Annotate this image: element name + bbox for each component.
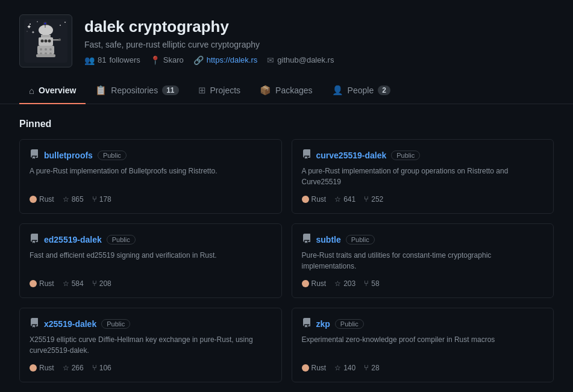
repo-name[interactable]: bulletproofs xyxy=(44,151,93,160)
svg-point-18 xyxy=(40,48,42,51)
repo-description: X25519 elliptic curve Diffie-Hellman key… xyxy=(30,334,272,356)
tab-overview-label: Overview xyxy=(39,86,76,95)
repo-forks[interactable]: ⑂ 28 xyxy=(364,363,379,372)
email-icon: ✉ xyxy=(267,55,274,65)
repo-visibility: Public xyxy=(346,235,375,244)
org-name: dalek cryptography xyxy=(84,17,334,36)
followers-label: followers xyxy=(109,55,140,64)
repo-name[interactable]: x25519-dalek xyxy=(44,319,96,329)
repo-header: ed25519-dalek Public xyxy=(30,234,272,245)
repo-stars[interactable]: 584 xyxy=(63,279,84,288)
repo-stars[interactable]: 266 xyxy=(63,364,84,372)
repo-visibility: Public xyxy=(391,151,420,160)
svg-point-19 xyxy=(45,48,47,51)
tab-repositories[interactable]: 📋 Repositories 11 xyxy=(86,78,188,104)
repo-type-icon xyxy=(302,149,312,161)
svg-point-2 xyxy=(37,21,38,22)
repo-stars[interactable]: 641 xyxy=(334,195,355,204)
language-label: Rust xyxy=(312,195,327,204)
svg-point-11 xyxy=(45,23,46,25)
location-meta: 📍 Skaro xyxy=(150,55,184,65)
org-header: ✦ ✦ xyxy=(0,0,573,77)
repo-type-icon xyxy=(302,234,312,245)
svg-text:✦: ✦ xyxy=(27,23,31,30)
people-icon: 👤 xyxy=(332,85,343,96)
repo-language: Rust xyxy=(302,195,327,204)
stars-count: 584 xyxy=(72,279,84,288)
repo-icon: 📋 xyxy=(95,85,107,96)
tab-people-label: People xyxy=(348,86,374,95)
repo-name[interactable]: zkp xyxy=(316,319,330,329)
tab-repositories-badge: 11 xyxy=(162,86,178,95)
repo-header: subtle Public xyxy=(302,234,544,245)
svg-rect-25 xyxy=(53,39,59,41)
star-icon xyxy=(63,279,69,288)
repo-language: Rust xyxy=(30,279,54,288)
tab-people[interactable]: 👤 People 2 xyxy=(322,78,400,104)
repo-forks[interactable]: ⑂ 252 xyxy=(364,194,383,204)
repo-description: Fast and efficient ed25519 signing and v… xyxy=(30,250,272,272)
repo-name[interactable]: subtle xyxy=(316,235,341,244)
forks-count: 208 xyxy=(99,279,111,288)
tab-people-badge: 2 xyxy=(378,86,390,95)
repo-card: subtle Public Pure-Rust traits and utili… xyxy=(292,223,554,298)
repo-forks[interactable]: ⑂ 58 xyxy=(364,279,379,288)
repo-description: A pure-Rust implementation of Bulletproo… xyxy=(30,166,272,187)
language-label: Rust xyxy=(39,195,54,204)
repo-card: bulletproofs Public A pure-Rust implemen… xyxy=(19,139,282,214)
repo-visibility: Public xyxy=(101,319,130,329)
repo-type-icon xyxy=(30,318,39,329)
stars-count: 203 xyxy=(343,279,355,288)
stars-count: 266 xyxy=(72,364,84,372)
repo-forks[interactable]: ⑂ 106 xyxy=(92,363,111,372)
repo-header: curve25519-dalek Public xyxy=(302,149,544,161)
packages-icon: 📦 xyxy=(260,85,271,96)
repo-card: curve25519-dalek Public A pure-Rust impl… xyxy=(292,139,554,214)
location-icon: 📍 xyxy=(150,55,160,65)
tab-overview[interactable]: ⌂ Overview xyxy=(19,78,86,104)
svg-rect-12 xyxy=(41,35,51,37)
tab-projects[interactable]: ⊞ Projects xyxy=(189,78,251,104)
repo-stars[interactable]: 865 xyxy=(63,195,84,204)
website-meta[interactable]: 🔗 https://dalek.rs xyxy=(193,55,258,65)
repo-stats: Rust 865 ⑂ 178 xyxy=(30,194,272,204)
repo-visibility: Public xyxy=(107,235,136,244)
stars-count: 140 xyxy=(343,364,355,372)
repo-type-icon xyxy=(30,149,39,161)
repo-name[interactable]: curve25519-dalek xyxy=(316,151,387,160)
repo-description: Experimental zero-knowledge proof compil… xyxy=(302,334,544,356)
repo-stats: Rust 203 ⑂ 58 xyxy=(302,279,544,288)
tab-projects-label: Projects xyxy=(210,86,241,95)
tab-repositories-label: Repositories xyxy=(111,86,158,95)
repo-description: Pure-Rust traits and utilities for const… xyxy=(302,250,544,272)
language-dot xyxy=(302,280,309,287)
projects-icon: ⊞ xyxy=(198,85,206,96)
forks-count: 106 xyxy=(99,364,111,372)
repo-name[interactable]: ed25519-dalek xyxy=(44,235,102,244)
star-icon xyxy=(334,279,341,288)
pinned-label: Pinned xyxy=(19,119,554,129)
org-email: github@dalek.rs xyxy=(277,55,334,64)
language-dot xyxy=(30,196,37,203)
repo-stars[interactable]: 203 xyxy=(334,279,355,288)
repo-forks[interactable]: ⑂ 208 xyxy=(92,279,111,288)
repo-stats: Rust 641 ⑂ 252 xyxy=(302,194,544,204)
fork-icon: ⑂ xyxy=(92,194,97,204)
svg-point-5 xyxy=(64,22,66,23)
star-icon xyxy=(63,195,69,204)
tab-packages[interactable]: 📦 Packages xyxy=(250,78,322,104)
stars-count: 641 xyxy=(343,195,355,204)
repo-card: x25519-dalek Public X25519 elliptic curv… xyxy=(19,308,282,382)
link-icon: 🔗 xyxy=(193,55,204,65)
star-icon xyxy=(334,195,341,204)
main-content: Pinned bulletproofs Public A pure-Rust i… xyxy=(0,104,573,392)
org-website[interactable]: https://dalek.rs xyxy=(207,55,258,64)
repo-stars[interactable]: 140 xyxy=(334,364,355,372)
repo-header: x25519-dalek Public xyxy=(30,318,272,329)
fork-icon: ⑂ xyxy=(364,363,369,372)
language-dot xyxy=(30,280,37,287)
repo-language: Rust xyxy=(30,364,54,372)
svg-rect-24 xyxy=(36,54,55,57)
repo-forks[interactable]: ⑂ 178 xyxy=(92,194,111,204)
fork-icon: ⑂ xyxy=(92,279,97,288)
